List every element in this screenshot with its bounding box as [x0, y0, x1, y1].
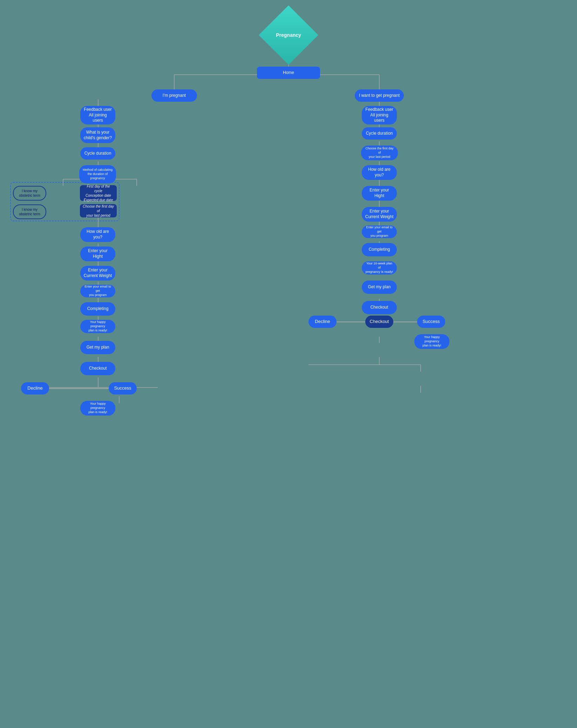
method-label: Method of calculating the duration of pr…: [83, 168, 113, 180]
happy-final-left-label: Your happy pregnancy plan is ready!: [83, 402, 113, 414]
happy-plan-small-right-node[interactable]: Your 16-week plan of pregnancy is ready!: [362, 261, 397, 275]
flowchart-container: Pregnancy Home I'm pregnant I want to ge…: [0, 0, 577, 728]
enter-height-right-node[interactable]: Enter your Hight: [362, 186, 397, 201]
how-old-left-node[interactable]: How old are you?: [80, 227, 115, 242]
cycle-left-label: Cycle duration: [84, 151, 111, 156]
completing-left-label: Completing: [87, 306, 109, 312]
cycle-right-label: Cycle duration: [366, 131, 393, 136]
success-right-label: Success: [422, 319, 440, 325]
completing-left-node[interactable]: Completing: [80, 302, 115, 316]
home-label: Home: [283, 70, 294, 76]
home-node[interactable]: Home: [257, 67, 320, 79]
decline-left-node[interactable]: Decline: [21, 382, 49, 395]
completing-right-node[interactable]: Completing: [362, 243, 397, 256]
diamond-text: Pregnancy: [276, 32, 301, 38]
want-pregnant-label: I want to get pregnant: [359, 93, 400, 99]
method-node[interactable]: Method of calculating the duration of pr…: [79, 165, 116, 183]
know-obstetric-1-label: I know my obstetric term: [19, 189, 40, 198]
get-plan-left-label: Get my plan: [87, 345, 109, 350]
email-right-label: Enter your email to get you program: [365, 225, 394, 238]
choose-first-day-node[interactable]: Choose the first day of your last period: [80, 204, 117, 217]
choose-first-day-right-label: Choose the first day of your last period: [364, 147, 395, 159]
how-old-right-label: How old are you?: [368, 167, 391, 178]
happy-final-left-node[interactable]: Your happy pregnancy plan is ready!: [80, 401, 115, 416]
pregnant-label: I'm pregnant: [163, 93, 186, 99]
checkout-middle-right-node[interactable]: Checkout: [365, 316, 393, 328]
pregnant-node[interactable]: I'm pregnant: [151, 89, 197, 102]
feedback-right-node[interactable]: Feedback user All joining users: [362, 106, 397, 124]
email-right-node[interactable]: Enter your email to get you program: [362, 225, 397, 238]
completing-right-label: Completing: [369, 247, 390, 252]
diamond-label: Pregnancy: [267, 14, 310, 56]
decline-right-node[interactable]: Decline: [308, 316, 337, 328]
success-left-label: Success: [114, 385, 131, 391]
know-obstetric-1-node[interactable]: I know my obstetric term: [13, 186, 46, 201]
checkout-middle-right-label: Checkout: [370, 319, 389, 325]
childs-gender-label: What is your child's gender?: [84, 130, 112, 141]
email-left-node[interactable]: Enter your email to get you program: [80, 285, 115, 297]
enter-height-right-label: Enter your Hight: [369, 188, 389, 198]
checkout-right-node[interactable]: Checkout: [362, 301, 397, 314]
checkout-left-node[interactable]: Checkout: [80, 362, 115, 375]
checkout-right-label: Checkout: [371, 305, 388, 310]
enter-weight-left-node[interactable]: Enter your Current Weight: [80, 266, 115, 281]
get-plan-right-label: Get my plan: [368, 284, 391, 290]
get-plan-right-node[interactable]: Get my plan: [362, 281, 397, 294]
know-obstetric-2-label: I know my obstetric term: [19, 207, 40, 216]
happy-plan-small-right-label: Your 16-week plan of pregnancy is ready!: [365, 262, 394, 274]
enter-weight-right-node[interactable]: Enter your Current Weight: [362, 207, 397, 222]
get-plan-left-node[interactable]: Get my plan: [80, 341, 115, 354]
feedback-right-label: Feedback user All joining users: [365, 107, 394, 123]
choose-first-day-right-node[interactable]: Choose the first day of your last period: [361, 146, 398, 160]
how-old-right-node[interactable]: How old are you?: [362, 165, 397, 180]
happy-final-right-node[interactable]: Your happy pregnancy plan is ready!: [414, 334, 449, 349]
happy-plan-small-left-label: Your happy pregnancy plan is ready!: [83, 320, 113, 332]
cycle-left-node[interactable]: Cycle duration: [80, 147, 115, 160]
first-day-cycle-label: First day of the cycle Conception date E…: [83, 184, 114, 202]
feedback-left-node[interactable]: Feedback user All joining users: [80, 106, 115, 124]
childs-gender-node[interactable]: What is your child's gender?: [80, 127, 115, 143]
checkout-left-label: Checkout: [89, 366, 107, 371]
how-old-left-label: How old are you?: [87, 229, 109, 240]
happy-plan-small-left-node[interactable]: Your happy pregnancy plan is ready!: [80, 320, 115, 333]
want-pregnant-node[interactable]: I want to get pregnant: [355, 89, 404, 102]
decline-right-label: Decline: [315, 319, 330, 325]
feedback-left-label: Feedback user All joining users: [83, 107, 113, 123]
success-left-node[interactable]: Success: [109, 382, 137, 395]
first-day-cycle-node[interactable]: First day of the cycle Conception date E…: [80, 185, 117, 201]
decline-left-label: Decline: [27, 385, 42, 391]
email-left-label: Enter your email to get you program: [83, 285, 113, 297]
choose-first-day-label: Choose the first day of your last period: [83, 204, 114, 218]
enter-height-left-label: Enter your Hight: [88, 248, 107, 259]
know-obstetric-2-node[interactable]: I know my obstetric term: [13, 204, 46, 219]
enter-height-left-node[interactable]: Enter your Hight: [80, 247, 115, 261]
cycle-right-node[interactable]: Cycle duration: [362, 127, 397, 140]
enter-weight-right-label: Enter your Current Weight: [365, 209, 393, 220]
success-right-node[interactable]: Success: [417, 316, 445, 328]
decline-success-line-left: [49, 388, 109, 389]
enter-weight-left-label: Enter your Current Weight: [84, 268, 112, 278]
happy-final-right-label: Your happy pregnancy plan is ready!: [417, 335, 447, 348]
